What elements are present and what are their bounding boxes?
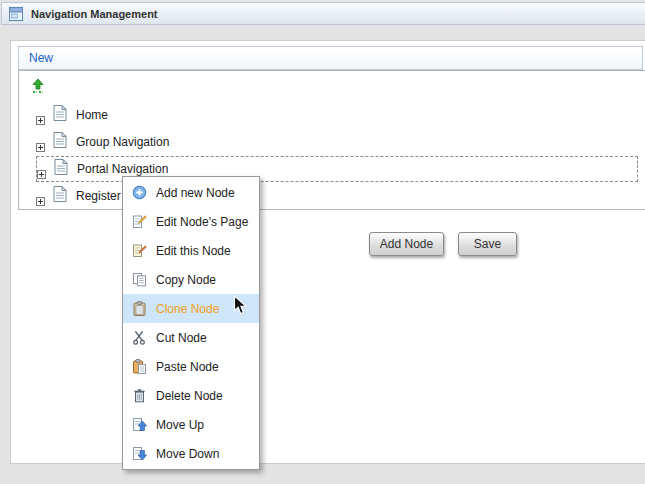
add-node-button[interactable]: Add Node bbox=[369, 232, 444, 256]
paste-icon bbox=[131, 359, 147, 375]
menu-item-clone-node[interactable]: Clone Node bbox=[123, 294, 259, 323]
expand-plus-icon[interactable] bbox=[37, 165, 46, 174]
menu-item-label: Delete Node bbox=[156, 389, 223, 403]
menu-item-paste-node[interactable]: Paste Node bbox=[123, 352, 259, 381]
new-button[interactable]: New bbox=[29, 51, 53, 65]
tree-node-label: Home bbox=[76, 108, 108, 122]
menu-item-label: Move Up bbox=[156, 418, 204, 432]
tree-node-home[interactable]: Home bbox=[36, 103, 108, 127]
menu-item-edit-nodes-page[interactable]: Edit Node's Page bbox=[123, 207, 259, 236]
clone-icon bbox=[131, 301, 147, 317]
window-icon bbox=[9, 7, 23, 21]
navigation-management-window: { "window": { "title": "Navigation Manag… bbox=[0, 0, 645, 484]
menu-item-label: Cut Node bbox=[156, 331, 207, 345]
tree-node-label: Register bbox=[76, 189, 121, 203]
window-titlebar: Navigation Management bbox=[1, 2, 645, 25]
menu-item-label: Add new Node bbox=[156, 186, 235, 200]
tree-node-label: Portal Navigation bbox=[77, 162, 168, 176]
tree-toolbar: New bbox=[18, 46, 643, 70]
tree-node-label: Group Navigation bbox=[76, 135, 169, 149]
tree-node-group-navigation[interactable]: Group Navigation bbox=[36, 130, 169, 154]
node-context-menu: Add new Node Edit Node's Page Edit this … bbox=[122, 176, 260, 470]
add-icon bbox=[131, 185, 147, 201]
menu-item-label: Clone Node bbox=[156, 302, 219, 316]
page-title: Navigation Management bbox=[31, 8, 158, 20]
expand-plus-icon[interactable] bbox=[36, 192, 45, 201]
menu-item-copy-node[interactable]: Copy Node bbox=[123, 265, 259, 294]
menu-item-delete-node[interactable]: Delete Node bbox=[123, 381, 259, 410]
copy-icon bbox=[131, 272, 147, 288]
page-node-icon bbox=[54, 159, 68, 179]
edit-page-icon bbox=[131, 214, 147, 230]
cut-icon bbox=[131, 330, 147, 346]
delete-icon bbox=[131, 388, 147, 404]
page-node-icon bbox=[53, 186, 67, 206]
save-button[interactable]: Save bbox=[458, 232, 517, 256]
up-arrow-icon[interactable] bbox=[30, 78, 46, 94]
menu-item-label: Move Down bbox=[156, 447, 219, 461]
menu-item-label: Paste Node bbox=[156, 360, 219, 374]
edit-node-icon bbox=[131, 243, 147, 259]
expand-plus-icon[interactable] bbox=[36, 111, 45, 120]
tree-node-register[interactable]: Register bbox=[36, 184, 121, 208]
menu-item-add-new-node[interactable]: Add new Node bbox=[123, 178, 259, 207]
move-down-icon bbox=[131, 446, 147, 462]
page-node-icon bbox=[53, 132, 67, 152]
menu-item-move-up[interactable]: Move Up bbox=[123, 410, 259, 439]
page-node-icon bbox=[53, 105, 67, 125]
expand-plus-icon[interactable] bbox=[36, 138, 45, 147]
menu-item-edit-this-node[interactable]: Edit this Node bbox=[123, 236, 259, 265]
menu-item-label: Edit this Node bbox=[156, 244, 231, 258]
menu-item-label: Copy Node bbox=[156, 273, 216, 287]
menu-item-move-down[interactable]: Move Down bbox=[123, 439, 259, 468]
move-up-icon bbox=[131, 417, 147, 433]
menu-item-cut-node[interactable]: Cut Node bbox=[123, 323, 259, 352]
menu-item-label: Edit Node's Page bbox=[156, 215, 248, 229]
